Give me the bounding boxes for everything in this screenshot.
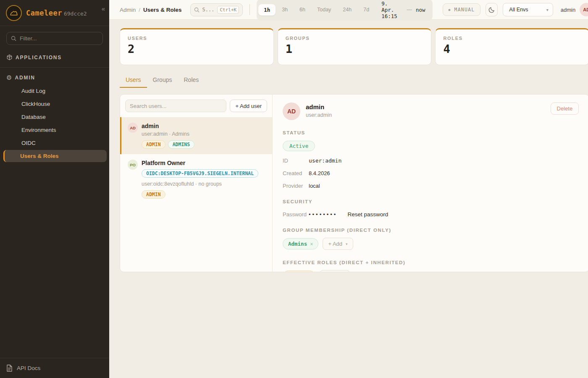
- reset-password-link[interactable]: Reset password: [347, 211, 388, 218]
- sidebar-item-clickhouse[interactable]: ClickHouse: [3, 98, 107, 110]
- stat-label-groups: GROUPS: [286, 36, 424, 41]
- time-display: 9. Apr. 16:15 — now: [375, 0, 430, 19]
- api-docs-link[interactable]: API Docs: [0, 358, 109, 378]
- applications-section-label: APPLICATIONS: [16, 55, 62, 60]
- user-name: Platform Owner: [142, 160, 266, 166]
- manual-mode-badge[interactable]: ● MANUAL: [443, 3, 481, 16]
- time-start[interactable]: 9. Apr. 16:15: [381, 0, 403, 19]
- stats-row: USERS 2 GROUPS 1 ROLES 4: [120, 28, 588, 65]
- topbar: Admin / Users & Roles S... Ctrl+K 1h 3h …: [109, 0, 588, 20]
- add-user-button[interactable]: + Add user: [230, 100, 267, 112]
- time-separator: —: [407, 7, 412, 13]
- sidebar-collapse-icon[interactable]: «: [102, 5, 105, 12]
- add-group-label: + Add: [328, 241, 342, 247]
- sidebar-filter-box: [6, 32, 103, 45]
- sidebar-section-applications[interactable]: APPLICATIONS: [0, 47, 109, 68]
- field-value: local: [309, 183, 320, 189]
- field-label: Created: [283, 170, 309, 176]
- tab-roles[interactable]: Roles: [178, 74, 205, 88]
- main-content: USERS 2 GROUPS 1 ROLES 4 Users Groups Ro…: [109, 20, 588, 378]
- field-label: ID: [283, 158, 309, 164]
- time-range-today[interactable]: Today: [312, 4, 336, 15]
- stat-value-users: 2: [128, 42, 266, 55]
- time-range-24h[interactable]: 24h: [337, 4, 357, 15]
- avatar: AD: [128, 123, 138, 133]
- search-users-input[interactable]: [125, 100, 226, 112]
- user-detail-panel: AD admin user:admin Delete STATUS Active…: [273, 94, 588, 272]
- search-shortcut-kbd: Ctrl+K: [217, 6, 239, 14]
- delete-user-button[interactable]: Delete: [551, 102, 579, 115]
- field-provider: Provider local: [283, 183, 579, 189]
- stat-value-groups: 1: [286, 42, 424, 55]
- oidc-provider-badge: OIDC:DESKTOP-FB5VGJ9.SIEGELN.INTERNAL: [142, 169, 258, 178]
- cube-icon: [6, 54, 13, 60]
- env-select[interactable]: All Envs ▾: [503, 3, 553, 16]
- sidebar-item-environments[interactable]: Environments: [3, 124, 107, 136]
- user-list-item-platform-owner[interactable]: PO Platform Owner OIDC:DESKTOP-FB5VGJ9.S…: [120, 154, 272, 204]
- brand-name: Cameleer: [26, 9, 62, 17]
- breadcrumb-admin[interactable]: Admin: [120, 7, 136, 13]
- tab-groups[interactable]: Groups: [147, 74, 178, 88]
- time-end[interactable]: now: [416, 7, 425, 13]
- detail-user-id: user:admin: [306, 112, 332, 118]
- env-select-value: All Envs: [509, 7, 528, 13]
- status-section-heading: STATUS: [283, 130, 579, 135]
- add-group-button[interactable]: + Add ▾: [323, 238, 353, 250]
- field-value: 8.4.2026: [309, 170, 330, 176]
- status-badge: Active: [283, 141, 315, 151]
- time-range-selector: 1h 3h 6h Today 24h 7d 9. Apr. 16:15 — no…: [257, 0, 432, 21]
- user-name: admin: [142, 123, 266, 129]
- password-row: Password •••••••• Reset password: [283, 211, 579, 218]
- field-id: ID user:admin: [283, 158, 579, 164]
- global-search-placeholder: S...: [202, 7, 215, 13]
- tab-users[interactable]: Users: [120, 74, 147, 88]
- user-avatar[interactable]: AD: [580, 3, 588, 16]
- sidebar-nav: Audit Log ClickHouse Database Environmen…: [0, 82, 109, 163]
- user-list-item-admin[interactable]: AD admin user:admin · Admins ADMIN ADMIN…: [120, 117, 272, 154]
- moon-icon: [488, 6, 495, 13]
- stat-label-users: USERS: [128, 36, 266, 41]
- breadcrumb-separator: /: [139, 7, 140, 13]
- password-mask: ••••••••: [309, 211, 337, 218]
- gear-icon: ⚙: [6, 74, 12, 81]
- detail-avatar: AD: [283, 102, 300, 120]
- mode-badge-label: MANUAL: [454, 7, 475, 13]
- user-meta: user:oidc:8evzqofluhld · no groups: [142, 181, 266, 187]
- avatar: PO: [128, 160, 138, 170]
- global-search[interactable]: S... Ctrl+K: [190, 3, 243, 16]
- theme-toggle-button[interactable]: [486, 3, 498, 16]
- add-role-button[interactable]: + Add ▾: [320, 270, 350, 272]
- sidebar-section-admin[interactable]: ⚙ ADMIN: [0, 68, 109, 82]
- stat-card-users: USERS 2: [120, 28, 274, 65]
- stat-card-roles: ROLES 4: [435, 28, 588, 65]
- detail-user-name: admin: [306, 103, 332, 110]
- stat-value-roles: 4: [443, 42, 581, 55]
- time-range-1h[interactable]: 1h: [258, 4, 276, 16]
- stat-card-groups: GROUPS 1: [278, 28, 432, 65]
- field-label: Provider: [283, 183, 309, 189]
- admin-section-label: ADMIN: [15, 75, 35, 81]
- role-chip-admin: ADMIN ×: [283, 270, 315, 272]
- user-list-column: + Add user AD admin user:admin · Admins …: [120, 94, 273, 272]
- sidebar-item-database[interactable]: Database: [3, 111, 107, 123]
- brand-build: 69dcce2: [64, 10, 87, 17]
- sidebar-item-users-roles[interactable]: Users & Roles: [3, 150, 107, 162]
- topbar-divider: [249, 4, 250, 15]
- users-panel: + Add user AD admin user:admin · Admins …: [120, 94, 588, 272]
- remove-chip-icon[interactable]: ×: [310, 241, 313, 247]
- chevron-down-icon: ▾: [346, 242, 348, 246]
- chip-label: Admins: [288, 241, 307, 247]
- group-chip-admins: Admins ×: [283, 238, 318, 249]
- sidebar-item-oidc[interactable]: OIDC: [3, 137, 107, 149]
- tabs: Users Groups Roles: [120, 74, 588, 88]
- time-range-3h[interactable]: 3h: [276, 4, 293, 15]
- time-range-6h[interactable]: 6h: [294, 4, 311, 15]
- sidebar-item-audit-log[interactable]: Audit Log: [3, 85, 107, 97]
- sidebar-filter-input[interactable]: [20, 35, 98, 42]
- breadcrumb: Admin / Users & Roles: [120, 7, 182, 13]
- field-value: user:admin: [309, 158, 341, 164]
- search-icon: [194, 7, 200, 13]
- time-range-7d[interactable]: 7d: [358, 4, 375, 15]
- brand-row: Cameleer69dcce2 «: [0, 0, 109, 26]
- topbar-user[interactable]: admin AD: [561, 3, 588, 16]
